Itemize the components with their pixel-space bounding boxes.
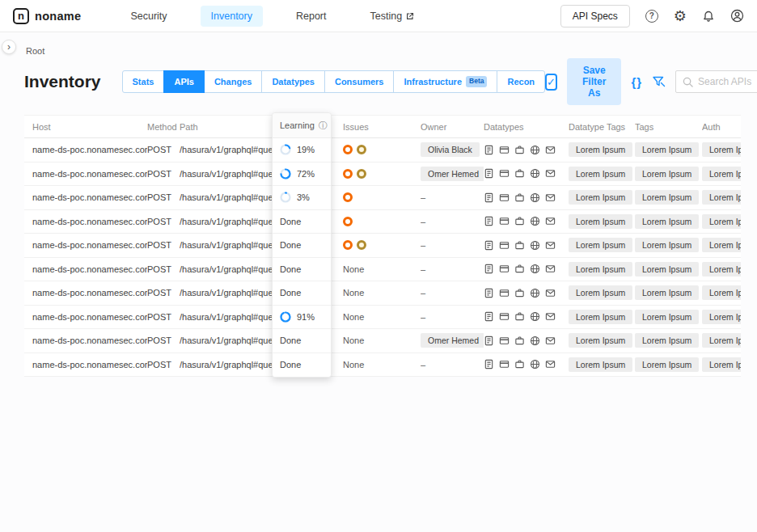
briefcase-icon[interactable] — [514, 192, 525, 203]
table-row[interactable]: name-ds-poc.nonamesec.com/has POST /hasu… — [24, 234, 741, 258]
learning-item[interactable]: 3% — [273, 186, 331, 210]
globe-icon[interactable] — [530, 264, 540, 274]
briefcase-icon[interactable] — [514, 264, 525, 274]
tag-chip[interactable]: Lorem Ipsum — [635, 333, 699, 348]
column-header-tags[interactable]: Tags — [635, 122, 702, 132]
column-header-method[interactable]: Method — [147, 122, 180, 132]
datatype-tag-chip[interactable]: Lorem Ipsum — [569, 190, 632, 205]
auth-chip[interactable]: Lorem Ipsum — [702, 142, 741, 157]
credit-card-icon[interactable] — [499, 359, 510, 369]
credit-card-icon[interactable] — [499, 168, 510, 179]
tag-chip[interactable]: Lorem Ipsum — [635, 142, 699, 157]
contacts-icon[interactable] — [484, 216, 494, 226]
briefcase-icon[interactable] — [514, 145, 525, 155]
learning-item[interactable]: Done — [273, 258, 331, 282]
table-row[interactable]: name-ds-poc.nonamesec.com/has POST /hasu… — [24, 306, 741, 330]
user-avatar-icon[interactable] — [730, 9, 744, 23]
learning-item[interactable]: Done — [273, 353, 331, 378]
settings-gear-icon[interactable]: ⚙ — [674, 9, 687, 23]
notifications-bell-icon[interactable] — [702, 10, 715, 23]
search-input[interactable] — [698, 76, 757, 87]
globe-icon[interactable] — [530, 145, 540, 155]
tag-chip[interactable]: Lorem Ipsum — [635, 167, 699, 181]
globe-icon[interactable] — [530, 336, 540, 346]
learning-item[interactable]: 72% — [273, 163, 331, 187]
yellow-issue-icon[interactable] — [357, 169, 366, 179]
contacts-icon[interactable] — [484, 145, 494, 155]
briefcase-icon[interactable] — [514, 288, 525, 298]
contacts-icon[interactable] — [484, 288, 494, 298]
learning-item[interactable]: Done — [273, 234, 331, 258]
owner-chip[interactable]: Omer Hemed — [421, 333, 484, 348]
email-icon[interactable] — [545, 264, 556, 274]
info-icon[interactable]: ⓘ — [319, 121, 328, 130]
email-icon[interactable] — [545, 192, 556, 203]
column-header-datatypes[interactable]: Datatypes — [484, 122, 569, 132]
datatype-tag-chip[interactable]: Lorem Ipsum — [569, 262, 632, 277]
datatype-tag-chip[interactable]: Lorem Ipsum — [569, 167, 632, 181]
learning-item[interactable]: Done — [273, 329, 331, 353]
owner-chip[interactable]: Olivia Black — [421, 142, 480, 157]
datatype-tag-chip[interactable]: Lorem Ipsum — [569, 142, 632, 157]
nav-item-testing[interactable]: Testing — [360, 6, 425, 27]
tab-consumers[interactable]: Consumers — [324, 70, 395, 92]
globe-icon[interactable] — [530, 216, 540, 226]
table-row[interactable]: name-ds-poc.nonamesec.com/has POST /hasu… — [24, 353, 741, 378]
email-icon[interactable] — [545, 311, 556, 322]
briefcase-icon[interactable] — [514, 311, 525, 322]
email-icon[interactable] — [545, 288, 556, 298]
contacts-icon[interactable] — [484, 336, 494, 346]
orange-issue-icon[interactable] — [343, 240, 353, 250]
tag-chip[interactable]: Lorem Ipsum — [635, 214, 699, 229]
clear-filter-icon[interactable] — [652, 75, 666, 88]
credit-card-icon[interactable] — [499, 216, 510, 226]
contacts-icon[interactable] — [484, 240, 494, 251]
briefcase-icon[interactable] — [514, 168, 525, 179]
contacts-icon[interactable] — [484, 264, 494, 274]
tab-infrastructure[interactable]: InfrastructureBeta — [393, 70, 497, 92]
learning-item[interactable]: 19% — [273, 138, 331, 163]
credit-card-icon[interactable] — [499, 192, 510, 203]
yellow-issue-icon[interactable] — [357, 240, 366, 250]
column-header-host[interactable]: Host — [24, 122, 147, 132]
tab-datatypes[interactable]: Datatypes — [261, 70, 325, 92]
email-icon[interactable] — [545, 145, 556, 155]
breadcrumb-root[interactable]: Root — [26, 46, 44, 56]
table-row[interactable]: name-ds-poc.nonamesec.com/has POST /hasu… — [24, 186, 741, 210]
expand-sidebar-button[interactable]: › — [2, 40, 16, 54]
email-icon[interactable] — [545, 168, 556, 179]
help-icon[interactable]: ? — [645, 10, 658, 23]
globe-icon[interactable] — [530, 168, 540, 179]
auth-chip[interactable]: Lorem Ipsum — [702, 285, 741, 300]
contacts-icon[interactable] — [484, 192, 494, 203]
briefcase-icon[interactable] — [514, 216, 525, 226]
tag-chip[interactable]: Lorem Ipsum — [635, 310, 699, 324]
table-row[interactable]: name-ds-poc.nonamesec.com/has POST /hasu… — [24, 163, 741, 187]
table-row[interactable]: name-ds-poc.nonamesec.com/has POST /hasu… — [24, 138, 741, 163]
learning-item[interactable]: Done — [273, 210, 331, 234]
datatype-tag-chip[interactable]: Lorem Ipsum — [569, 285, 632, 300]
column-header-datatype-tags[interactable]: Datatype Tags — [569, 122, 635, 132]
globe-icon[interactable] — [530, 240, 540, 251]
briefcase-icon[interactable] — [514, 240, 525, 251]
auth-chip[interactable]: Lorem Ipsum — [702, 214, 741, 229]
orange-issue-icon[interactable] — [343, 169, 353, 179]
auth-chip[interactable]: Lorem Ipsum — [702, 310, 741, 324]
save-filter-button[interactable]: Save Filter As — [567, 58, 621, 105]
column-header-path[interactable]: Path — [180, 122, 272, 132]
table-row[interactable]: name-ds-poc.nonamesec.com/has POST /hasu… — [24, 281, 741, 306]
tab-stats[interactable]: Stats — [122, 70, 165, 92]
column-header-issues[interactable]: Issues — [343, 122, 421, 132]
globe-icon[interactable] — [530, 359, 540, 369]
briefcase-icon[interactable] — [514, 359, 525, 369]
column-header-auth[interactable]: Auth — [702, 122, 741, 132]
contacts-icon[interactable] — [484, 311, 494, 322]
api-specs-button[interactable]: API Specs — [560, 5, 630, 27]
credit-card-icon[interactable] — [499, 288, 510, 298]
datatype-tag-chip[interactable]: Lorem Ipsum — [569, 357, 632, 372]
orange-issue-icon[interactable] — [343, 217, 353, 226]
auth-chip[interactable]: Lorem Ipsum — [702, 238, 741, 252]
tag-chip[interactable]: Lorem Ipsum — [635, 190, 699, 205]
orange-issue-icon[interactable] — [343, 192, 353, 202]
globe-icon[interactable] — [530, 192, 540, 203]
